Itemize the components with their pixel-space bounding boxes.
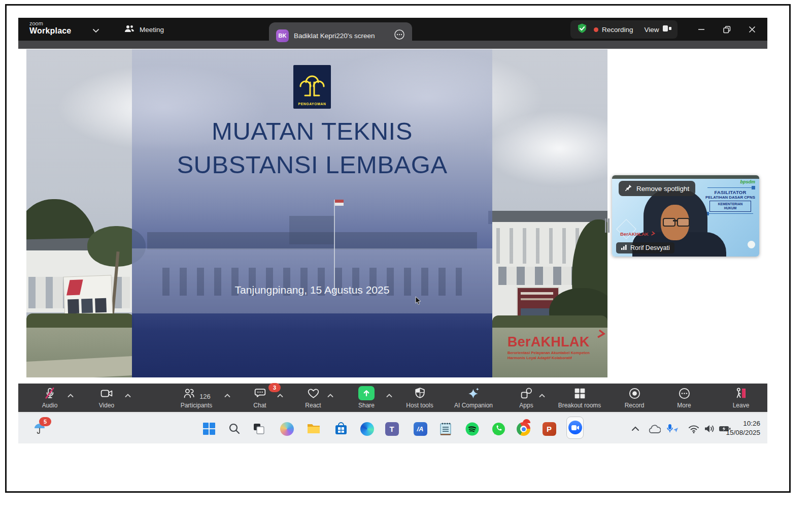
flag-pole — [334, 200, 335, 292]
minimize-button[interactable] — [690, 20, 713, 39]
participants-button[interactable]: 126 Participants — [168, 387, 224, 409]
bg-berakhlak-small-text: BerAKHLAK — [620, 231, 649, 237]
bg-box-line1: KEMENTERIAN — [711, 202, 750, 206]
chat-options-chevron[interactable] — [277, 391, 284, 400]
record-button[interactable]: Record — [606, 387, 662, 409]
participant-video-thumbnail[interactable]: bpsdm FASILITATOR PELATIHAN DASAR CPNS K… — [612, 175, 759, 257]
workspace-chevron-down-icon[interactable] — [92, 26, 99, 35]
host-tools-button[interactable]: Host tools — [392, 387, 448, 409]
umbrella-badge: 5 — [39, 417, 51, 426]
ai-companion-label: AI Companion — [446, 402, 501, 409]
berakhlak-tagline2: Harmonis Loyal Adaptif Kolaboratif — [507, 356, 607, 361]
tab-meeting[interactable]: Meeting — [120, 22, 168, 37]
recording-indicator[interactable]: Recording — [594, 26, 633, 34]
breakout-rooms-button[interactable]: Breakout rooms — [552, 387, 607, 409]
close-button[interactable] — [741, 20, 763, 39]
task-view-icon[interactable] — [250, 420, 267, 437]
record-label: Record — [606, 402, 662, 409]
start-button[interactable] — [200, 420, 218, 437]
more-label: More — [656, 402, 712, 409]
onedrive-cloud-icon[interactable] — [646, 420, 663, 437]
leave-label: Leave — [713, 402, 769, 409]
bg-kementerian-box: KEMENTERIAN HUKUM — [709, 201, 751, 212]
ai-companion-button[interactable]: AI Companion — [446, 387, 501, 409]
remove-spotlight-button[interactable]: Remove spotlight — [619, 181, 695, 196]
breakout-rooms-grid-icon — [552, 387, 607, 400]
wifi-icon[interactable] — [685, 420, 702, 437]
umbrella-app-icon[interactable]: 5 — [31, 420, 48, 437]
bg-round-badge — [748, 241, 755, 248]
recording-dot-icon — [594, 27, 598, 32]
participants-icon — [182, 387, 196, 400]
copilot-icon[interactable] — [278, 420, 295, 437]
apps-label: Apps — [498, 402, 554, 409]
bpsdm-logo-text: bpsdm — [740, 179, 755, 184]
blue-a-app-icon[interactable]: /A — [412, 420, 429, 437]
host-tools-shield-icon — [392, 387, 448, 400]
slide-date: Tanjungpinang, 15 Agustus 2025 — [132, 284, 492, 296]
participants-options-chevron[interactable] — [224, 391, 231, 400]
view-layout-icon — [663, 25, 671, 34]
video-options-chevron[interactable] — [125, 391, 131, 400]
bg-box-line2: HUKUM — [711, 206, 750, 210]
powerpoint-icon[interactable]: P — [540, 420, 558, 437]
clock-date: 15/08/2025 — [726, 428, 760, 437]
zoom-app-icon[interactable] — [566, 420, 584, 437]
microsoft-store-icon[interactable] — [332, 420, 350, 437]
spotify-icon[interactable] — [463, 420, 481, 437]
mouse-cursor — [415, 296, 422, 307]
brand-zoom-text: zoom — [29, 21, 71, 27]
pengayoman-caption: PENGAYOMAN — [293, 102, 331, 106]
glasses-bridge — [673, 220, 678, 221]
tray-hidden-icons-chevron[interactable] — [627, 420, 644, 437]
apps-button[interactable]: Apps — [498, 387, 554, 409]
edge-browser-icon[interactable] — [358, 420, 376, 437]
banner-photo-1 — [67, 299, 79, 314]
participants-count: 126 — [199, 393, 211, 400]
center-building-tower — [289, 216, 335, 244]
audio-options-chevron[interactable] — [67, 391, 74, 400]
meeting-status-group: Recording View — [570, 20, 678, 39]
banner-photo-3 — [95, 298, 107, 313]
whatsapp-icon[interactable] — [490, 420, 507, 437]
spotlight-pin-icon — [625, 184, 632, 193]
chat-label: Chat — [232, 402, 288, 409]
recording-label: Recording — [602, 26, 633, 34]
teams-icon[interactable]: T — [383, 420, 400, 437]
volume-icon[interactable] — [701, 420, 718, 437]
search-icon[interactable] — [226, 420, 243, 437]
thumbnail-top-strip — [612, 175, 759, 179]
meeting-toolbar: Audio Video 126 Participants — [18, 384, 767, 412]
record-icon — [606, 387, 662, 400]
chrome-icon[interactable] — [516, 420, 533, 437]
apps-options-chevron[interactable] — [539, 391, 546, 400]
berakhlak-title: BerAKHLAK — [507, 335, 607, 349]
meeting-canvas: PENGAYOMAN MUATAN TEKNIS SUBSTANSI LEMBA… — [18, 49, 767, 384]
tab-screen-share[interactable]: BK Badiklat Kepri220's screen — [269, 22, 412, 49]
audio-label: Audio — [22, 402, 78, 409]
view-button[interactable]: View — [645, 25, 671, 34]
notepad-icon[interactable] — [437, 420, 454, 437]
react-options-chevron[interactable] — [327, 391, 334, 400]
view-label: View — [645, 26, 659, 34]
remove-spotlight-label: Remove spotlight — [636, 185, 689, 193]
berakhlak-arrow-icon — [596, 329, 606, 338]
breakout-rooms-label: Breakout rooms — [552, 402, 607, 409]
security-shield-icon[interactable] — [577, 23, 588, 36]
virtual-bg-fasilitator-panel: FASILITATOR PELATIHAN DASAR CPNS KEMENTE… — [704, 187, 756, 214]
taskbar-clock[interactable]: 10:26 15/08/2025 — [726, 419, 760, 437]
brand-workplace-text: Workplace — [29, 27, 71, 36]
participants-label: Participants — [168, 402, 224, 409]
mic-in-use-icon[interactable] — [664, 420, 682, 437]
share-tab-more-icon[interactable] — [394, 29, 405, 42]
more-button[interactable]: More — [656, 387, 712, 409]
restore-button[interactable] — [716, 20, 738, 39]
banner-photo-2 — [81, 299, 93, 313]
leave-button[interactable]: Leave — [713, 387, 769, 409]
thumbnail-drag-handle[interactable] — [605, 218, 610, 233]
berakhlak-logo: BerAKHLAK Berorientasi Pelayanan Akuntab… — [507, 335, 607, 361]
share-tab-avatar: BK — [276, 29, 289, 42]
react-label: React — [285, 402, 341, 409]
ai-companion-sparkle-icon — [446, 387, 501, 400]
file-explorer-icon[interactable] — [305, 420, 322, 437]
